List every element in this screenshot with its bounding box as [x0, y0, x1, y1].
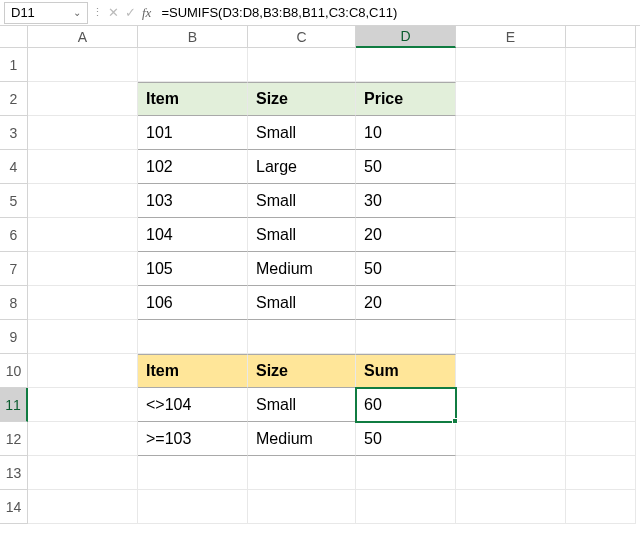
cell[interactable] — [566, 116, 636, 150]
selected-cell[interactable]: 60 — [356, 388, 456, 422]
cell[interactable] — [566, 456, 636, 490]
table1-cell[interactable]: 20 — [356, 286, 456, 320]
row-header[interactable]: 7 — [0, 252, 28, 286]
cell[interactable] — [138, 320, 248, 354]
cell[interactable] — [28, 116, 138, 150]
cell[interactable] — [28, 388, 138, 422]
table1-cell[interactable]: Small — [248, 218, 356, 252]
table2-cell[interactable]: Medium — [248, 422, 356, 456]
cell[interactable] — [28, 422, 138, 456]
cell[interactable] — [456, 252, 566, 286]
cell[interactable] — [456, 218, 566, 252]
table1-cell[interactable]: 102 — [138, 150, 248, 184]
cell[interactable] — [566, 320, 636, 354]
cell[interactable] — [566, 388, 636, 422]
row-header[interactable]: 12 — [0, 422, 28, 456]
table2-header-size[interactable]: Size — [248, 354, 356, 388]
table2-cell[interactable]: 50 — [356, 422, 456, 456]
cell[interactable] — [28, 490, 138, 524]
table1-cell[interactable]: Small — [248, 184, 356, 218]
cell[interactable] — [456, 150, 566, 184]
table2-cell[interactable]: <>104 — [138, 388, 248, 422]
cell[interactable] — [28, 320, 138, 354]
col-header-A[interactable]: A — [28, 26, 138, 48]
cell[interactable] — [566, 490, 636, 524]
row-header[interactable]: 10 — [0, 354, 28, 388]
row-header[interactable]: 4 — [0, 150, 28, 184]
table1-header-size[interactable]: Size — [248, 82, 356, 116]
row-header[interactable]: 5 — [0, 184, 28, 218]
confirm-icon[interactable]: ✓ — [125, 5, 136, 20]
cell[interactable] — [248, 48, 356, 82]
row-header[interactable]: 8 — [0, 286, 28, 320]
cell[interactable] — [566, 150, 636, 184]
cell[interactable] — [566, 354, 636, 388]
cancel-icon[interactable]: ✕ — [108, 5, 119, 20]
cell[interactable] — [456, 184, 566, 218]
row-header[interactable]: 6 — [0, 218, 28, 252]
cell[interactable] — [456, 286, 566, 320]
cell[interactable] — [28, 184, 138, 218]
row-header[interactable]: 1 — [0, 48, 28, 82]
cell[interactable] — [456, 456, 566, 490]
table1-cell[interactable]: 30 — [356, 184, 456, 218]
table1-cell[interactable]: Medium — [248, 252, 356, 286]
table1-header-price[interactable]: Price — [356, 82, 456, 116]
cell[interactable] — [456, 116, 566, 150]
cell[interactable] — [566, 48, 636, 82]
table2-cell[interactable]: Small — [248, 388, 356, 422]
col-header-E[interactable]: E — [456, 26, 566, 48]
cell[interactable] — [456, 82, 566, 116]
cell[interactable] — [248, 320, 356, 354]
cell[interactable] — [566, 422, 636, 456]
cell[interactable] — [566, 82, 636, 116]
cell[interactable] — [566, 286, 636, 320]
row-header[interactable]: 2 — [0, 82, 28, 116]
cell[interactable] — [356, 48, 456, 82]
cell[interactable] — [566, 252, 636, 286]
cell[interactable] — [456, 320, 566, 354]
row-header[interactable]: 11 — [0, 388, 28, 422]
table1-cell[interactable]: Large — [248, 150, 356, 184]
table1-cell[interactable]: 101 — [138, 116, 248, 150]
cell[interactable] — [28, 252, 138, 286]
table1-cell[interactable]: 104 — [138, 218, 248, 252]
table1-cell[interactable]: 103 — [138, 184, 248, 218]
fx-icon[interactable]: fx — [142, 5, 151, 21]
cell[interactable] — [356, 456, 456, 490]
cell[interactable] — [28, 354, 138, 388]
cell[interactable] — [456, 422, 566, 456]
cell[interactable] — [248, 490, 356, 524]
col-header-B[interactable]: B — [138, 26, 248, 48]
cell[interactable] — [138, 490, 248, 524]
table1-header-item[interactable]: Item — [138, 82, 248, 116]
cell[interactable] — [566, 184, 636, 218]
spreadsheet-grid[interactable]: A B C D E 1 2 Item Size Price 3 101 Smal… — [0, 26, 640, 524]
table2-header-item[interactable]: Item — [138, 354, 248, 388]
cell[interactable] — [28, 82, 138, 116]
table1-cell[interactable]: 105 — [138, 252, 248, 286]
cell[interactable] — [28, 218, 138, 252]
cell[interactable] — [356, 490, 456, 524]
row-header[interactable]: 9 — [0, 320, 28, 354]
row-header[interactable]: 14 — [0, 490, 28, 524]
table1-cell[interactable]: Small — [248, 286, 356, 320]
cell[interactable] — [28, 286, 138, 320]
cell[interactable] — [456, 388, 566, 422]
table2-cell[interactable]: >=103 — [138, 422, 248, 456]
col-header-blank[interactable] — [566, 26, 636, 48]
menu-dots-icon[interactable]: ⋮ — [92, 6, 102, 19]
fill-handle[interactable] — [452, 418, 458, 424]
select-all-corner[interactable] — [0, 26, 28, 48]
col-header-C[interactable]: C — [248, 26, 356, 48]
cell[interactable] — [28, 48, 138, 82]
cell[interactable] — [456, 48, 566, 82]
cell[interactable] — [138, 48, 248, 82]
cell[interactable] — [356, 320, 456, 354]
table1-cell[interactable]: 10 — [356, 116, 456, 150]
cell[interactable] — [456, 354, 566, 388]
row-header[interactable]: 13 — [0, 456, 28, 490]
table2-header-sum[interactable]: Sum — [356, 354, 456, 388]
cell[interactable] — [248, 456, 356, 490]
name-box[interactable]: D11 ⌄ — [4, 2, 88, 24]
